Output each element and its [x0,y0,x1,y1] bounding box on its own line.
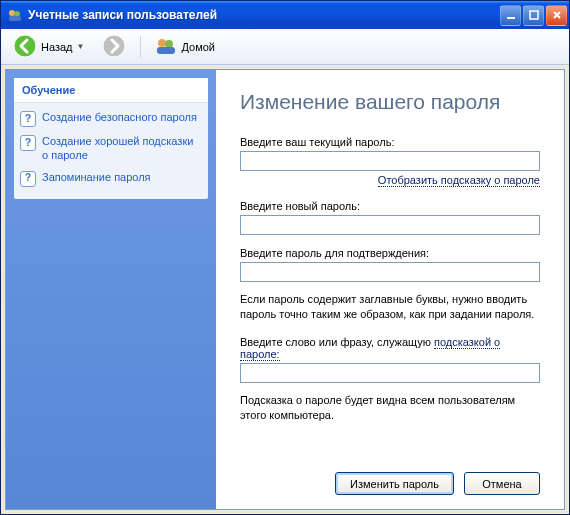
app-icon [7,7,23,23]
close-button[interactable] [546,5,567,26]
content-body: Обучение ? Создание безопасного пароля ?… [5,69,565,510]
svg-point-10 [165,40,173,48]
back-icon [13,34,37,60]
sidebar-item-label: Создание безопасного пароля [42,111,197,125]
hint-label: Введите слово или фразу, служащую подска… [240,336,540,360]
visibility-note: Подсказка о пароле будет видна всем поль… [240,393,540,423]
svg-rect-11 [157,47,175,54]
sidebar-item-label: Запоминание пароля [42,171,151,185]
current-password-input[interactable] [240,151,540,171]
new-password-input[interactable] [240,215,540,235]
sidebar: Обучение ? Создание безопасного пароля ?… [6,70,216,509]
forward-icon [102,34,126,60]
svg-rect-2 [9,16,21,21]
window-title: Учетные записи пользователей [28,8,500,22]
maximize-button[interactable] [523,5,544,26]
new-password-label: Введите новый пароль: [240,200,540,212]
help-icon: ? [20,135,36,151]
show-hint-link[interactable]: Отобразить подсказку о пароле [378,174,540,187]
confirm-password-label: Введите пароль для подтверждения: [240,247,540,259]
users-icon [155,35,177,59]
titlebar[interactable]: Учетные записи пользователей [1,1,569,29]
help-icon: ? [20,111,36,127]
svg-rect-3 [507,17,515,19]
sidebar-item-label: Создание хорошей подсказки о пароле [42,135,202,163]
confirm-password-input[interactable] [240,262,540,282]
back-button[interactable]: Назад ▼ [7,32,90,62]
sidebar-item-good-hint[interactable]: ? Создание хорошей подсказки о пароле [20,131,202,167]
toolbar: Назад ▼ Домой [1,29,569,65]
home-button[interactable]: Домой [149,33,221,61]
toolbar-separator [140,36,141,58]
minimize-button[interactable] [500,5,521,26]
sidebar-item-remember-password[interactable]: ? Запоминание пароля [20,167,202,191]
sidebar-panel: Обучение ? Создание безопасного пароля ?… [14,78,208,199]
back-label: Назад [41,41,73,53]
caps-note: Если пароль содержит заглавные буквы, ну… [240,292,540,322]
svg-point-0 [9,10,15,16]
button-row: Изменить пароль Отмена [240,462,540,495]
svg-rect-4 [530,11,538,19]
page-title: Изменение вашего пароля [240,90,540,114]
help-icon: ? [20,171,36,187]
window-frame: Учетные записи пользователей Назад [0,0,570,515]
sidebar-heading: Обучение [14,78,208,103]
chevron-down-icon: ▼ [77,42,85,51]
svg-point-9 [158,39,166,47]
main-content: Изменение вашего пароля Введите ваш теку… [216,70,564,509]
sidebar-item-secure-password[interactable]: ? Создание безопасного пароля [20,107,202,131]
cancel-button[interactable]: Отмена [464,472,540,495]
home-label: Домой [181,41,215,53]
change-password-button[interactable]: Изменить пароль [335,472,454,495]
hint-input[interactable] [240,363,540,383]
current-password-label: Введите ваш текущий пароль: [240,136,540,148]
forward-button[interactable] [96,32,132,62]
